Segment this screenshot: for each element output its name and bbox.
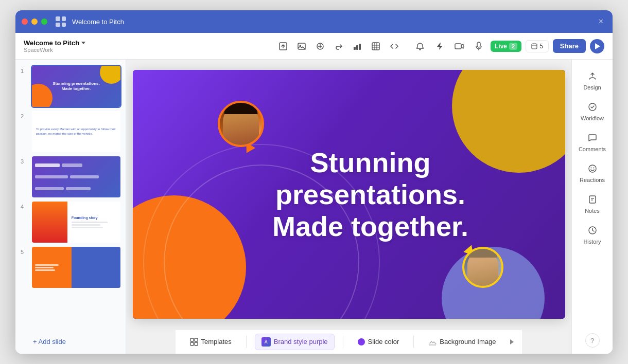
- lightning-button[interactable]: [432, 39, 447, 54]
- share-button[interactable]: Share: [553, 39, 586, 53]
- design-label: Design: [583, 84, 601, 90]
- right-tool-notes[interactable]: Notes: [576, 189, 609, 218]
- slide-item-3[interactable]: 3: [21, 156, 120, 197]
- app-window: Welcome to Pitch × Welcome to Pitch Spac…: [15, 10, 613, 354]
- svg-rect-19: [195, 338, 198, 341]
- slide-thumb-5: [32, 247, 120, 288]
- notification-button[interactable]: [412, 39, 428, 54]
- divider-3: [413, 336, 414, 348]
- svg-rect-12: [455, 44, 461, 49]
- svg-point-24: [590, 168, 591, 169]
- background-image-button[interactable]: Background Image: [422, 335, 502, 349]
- mic-button[interactable]: [471, 39, 486, 54]
- slide-number-1: 1: [21, 68, 28, 74]
- expand-icon: [510, 339, 514, 344]
- shapes-icon[interactable]: [315, 41, 326, 52]
- canvas-area: Stunning presentations. Made together. T…: [126, 60, 571, 354]
- toolbar: Welcome to Pitch SpaceWork: [15, 33, 613, 60]
- svg-rect-13: [477, 42, 480, 47]
- color-dot: [358, 338, 365, 345]
- svg-rect-6: [359, 44, 361, 50]
- chart-icon[interactable]: [352, 41, 363, 52]
- slide-item-5[interactable]: 5: [21, 247, 120, 288]
- svg-rect-15: [532, 44, 537, 49]
- doc-info: Welcome to Pitch SpaceWork: [24, 39, 85, 53]
- video-button[interactable]: [451, 39, 467, 54]
- redo-icon[interactable]: [333, 41, 344, 52]
- divider-1: [246, 336, 247, 348]
- svg-rect-18: [190, 342, 194, 345]
- svg-point-25: [593, 168, 594, 169]
- right-panel: Design Workflow Comme: [571, 60, 613, 354]
- slide-number-5: 5: [21, 249, 28, 255]
- main-slide-canvas[interactable]: Stunning presentations. Made together.: [133, 70, 565, 319]
- comments-label: Comments: [579, 146, 606, 152]
- right-tool-comments[interactable]: Comments: [576, 128, 609, 156]
- slide-panel: 1 Stunning presentations.Made together. …: [15, 60, 126, 354]
- svg-rect-4: [354, 47, 356, 50]
- embed-icon[interactable]: [389, 41, 400, 52]
- history-label: History: [583, 239, 601, 245]
- slide-thumb-1: Stunning presentations.Made together.: [32, 66, 120, 107]
- divider-2: [343, 336, 343, 348]
- slide-item-1[interactable]: 1 Stunning presentations.Made together.: [21, 66, 120, 107]
- background-icon: [428, 338, 437, 345]
- close-button[interactable]: ×: [596, 16, 606, 27]
- svg-rect-20: [195, 342, 198, 345]
- grid-icon[interactable]: [56, 16, 66, 27]
- svg-point-22: [589, 103, 596, 111]
- toolbar-right: Live 2 5 Share: [412, 39, 604, 54]
- slide-item-2[interactable]: 2 To provide every Martian with an oppor…: [21, 111, 120, 152]
- svg-rect-7: [372, 43, 379, 50]
- avatar-man: [462, 247, 503, 288]
- minimize-dot[interactable]: [31, 19, 38, 25]
- title-bar: Welcome to Pitch ×: [15, 10, 613, 33]
- right-tool-reactions[interactable]: Reactions: [576, 158, 609, 187]
- upload-icon[interactable]: [277, 41, 289, 52]
- play-icon: [595, 43, 600, 49]
- slide-thumb-4: Founding story: [32, 202, 120, 243]
- notes-icon: [586, 193, 599, 206]
- notes-label: Notes: [585, 208, 600, 214]
- right-tool-design[interactable]: Design: [576, 66, 609, 95]
- slide-heading: Stunning presentations. Made together.: [263, 147, 479, 242]
- bottom-bar: Templates A Brand style purple Slide col…: [176, 329, 522, 354]
- svg-rect-5: [356, 45, 358, 50]
- avatar-woman: [218, 101, 264, 147]
- toolbar-tools: [277, 41, 400, 52]
- slide-main-text: Stunning presentations. Made together.: [263, 147, 479, 242]
- window-controls: [22, 19, 47, 25]
- live-badge[interactable]: Live 2: [491, 41, 521, 52]
- svg-rect-17: [190, 338, 194, 341]
- live-count: 2: [509, 43, 517, 50]
- slide-thumb-2: To provide every Martian with an opportu…: [32, 111, 120, 152]
- maximize-dot[interactable]: [41, 19, 47, 25]
- window-title: Welcome to Pitch: [72, 18, 596, 26]
- slide-count-button[interactable]: 5: [526, 40, 549, 52]
- templates-icon: [190, 338, 198, 346]
- reactions-label: Reactions: [580, 177, 605, 183]
- help-button[interactable]: ?: [585, 333, 600, 348]
- templates-button[interactable]: Templates: [184, 335, 238, 349]
- slide-number-2: 2: [21, 113, 28, 119]
- slide-color-button[interactable]: Slide color: [352, 335, 406, 349]
- doc-subtitle: SpaceWork: [24, 47, 85, 53]
- history-icon: [586, 224, 599, 236]
- image-icon[interactable]: [296, 41, 307, 52]
- doc-title[interactable]: Welcome to Pitch: [24, 39, 85, 47]
- add-slide-button[interactable]: + Add slide: [21, 334, 120, 348]
- slide-number-3: 3: [21, 158, 28, 165]
- play-button[interactable]: [590, 39, 604, 53]
- slide-item-4[interactable]: 4 Founding story: [21, 202, 120, 243]
- reactions-icon: [586, 162, 599, 175]
- title-chevron-icon: [81, 42, 85, 44]
- table-icon[interactable]: [370, 41, 381, 52]
- close-dot[interactable]: [22, 19, 28, 25]
- right-tool-history[interactable]: History: [576, 220, 609, 249]
- comments-icon: [586, 132, 599, 144]
- main-content: 1 Stunning presentations.Made together. …: [15, 60, 613, 354]
- right-tool-workflow[interactable]: Workflow: [576, 97, 609, 125]
- avatar-woman-face: [223, 104, 259, 145]
- slide-number-4: 4: [21, 204, 28, 210]
- brand-style-button[interactable]: A Brand style purple: [255, 334, 335, 350]
